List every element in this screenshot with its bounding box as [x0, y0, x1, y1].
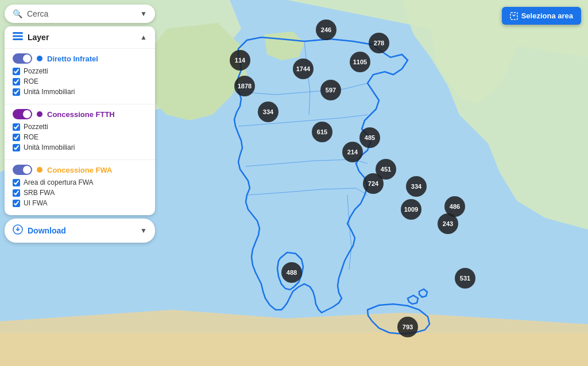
svg-rect-1 [13, 32, 23, 34]
checkbox-label-ui-fwa: UI FWA [24, 199, 48, 207]
layer-group-ftth: Concessione FTTH Pozzetti ROE Unità Immo… [5, 104, 155, 159]
download-panel[interactable]: Download ▼ [5, 219, 155, 243]
checkbox-label-fwa-coverage: Area di copertura FWA [24, 178, 94, 186]
checkbox-ui-1[interactable] [13, 88, 20, 96]
search-icon: 🔍 [13, 9, 22, 18]
checkbox-roe-1[interactable] [13, 78, 20, 85]
toggle-ftth[interactable] [13, 109, 32, 119]
group-title-fwa: Concessione FWA [47, 166, 112, 174]
checkbox-label-ui-1: Unità Immobiliari [24, 88, 75, 96]
checkbox-roe-2[interactable] [13, 134, 20, 141]
download-label: Download [28, 226, 66, 235]
search-placeholder: Cerca [27, 9, 48, 18]
checkbox-label-pozzetti-2: Pozzetti [24, 123, 48, 131]
checkbox-item-roe-2[interactable]: ROE [13, 133, 147, 141]
checkbox-item-ui-fwa[interactable]: UI FWA [13, 199, 147, 207]
dot-diretto [37, 56, 42, 61]
checkbox-item-ui-2[interactable]: Unità Immobiliari [13, 143, 147, 151]
dot-fwa [37, 167, 42, 173]
checkbox-item-ui-1[interactable]: Unità Immobiliari [13, 88, 147, 96]
layer-icon [13, 32, 23, 42]
layer-group-diretto: Diretto Infratel Pozzetti ROE Unità Immo… [5, 48, 155, 104]
checkbox-item-pozzetti-1[interactable]: Pozzetti [13, 67, 147, 75]
search-bar[interactable]: 🔍 Cerca ▼ [5, 5, 155, 23]
toggle-fwa[interactable] [13, 165, 32, 175]
download-chevron-icon: ▼ [140, 227, 147, 235]
group-title-ftth: Concessione FTTH [47, 110, 115, 119]
checkbox-pozzetti-1[interactable] [13, 68, 20, 75]
checkbox-label-pozzetti-1: Pozzetti [24, 67, 48, 75]
checkbox-label-roe-1: ROE [24, 77, 38, 85]
select-area-button[interactable]: Seleziona area [502, 7, 581, 25]
checkbox-item-fwa-coverage[interactable]: Area di copertura FWA [13, 178, 147, 186]
checkbox-item-roe-1[interactable]: ROE [13, 77, 147, 85]
layers-panel-header[interactable]: Layer ▲ [5, 26, 155, 48]
select-area-icon [510, 12, 518, 20]
layers-chevron-icon: ▲ [140, 33, 147, 41]
checkbox-pozzetti-2[interactable] [13, 123, 20, 131]
layer-group-fwa: Concessione FWA Area di copertura FWA SR… [5, 159, 155, 215]
checkbox-ui-fwa[interactable] [13, 200, 20, 207]
download-icon [13, 224, 23, 237]
checkbox-label-roe-2: ROE [24, 133, 38, 141]
svg-rect-2 [13, 36, 23, 37]
dot-ftth [37, 111, 42, 117]
select-area-label: Seleziona area [521, 11, 573, 20]
layers-panel-title: Layer [28, 33, 49, 42]
checkbox-label-srb-fwa: SRB FWA [24, 189, 55, 197]
layers-panel: Layer ▲ Diretto Infratel Pozzetti ROE [5, 26, 155, 215]
checkbox-fwa-coverage[interactable] [13, 179, 20, 186]
checkbox-srb-fwa[interactable] [13, 189, 20, 197]
sidebar: 🔍 Cerca ▼ Layer ▲ [5, 5, 155, 243]
checkbox-ui-2[interactable] [13, 144, 20, 151]
svg-rect-3 [13, 38, 23, 40]
checkbox-item-srb-fwa[interactable]: SRB FWA [13, 189, 147, 197]
group-title-diretto: Diretto Infratel [47, 54, 98, 63]
checkbox-label-ui-2: Unità Immobiliari [24, 143, 75, 151]
toggle-diretto[interactable] [13, 53, 32, 64]
checkbox-item-pozzetti-2[interactable]: Pozzetti [13, 123, 147, 131]
search-chevron-icon: ▼ [140, 10, 147, 18]
